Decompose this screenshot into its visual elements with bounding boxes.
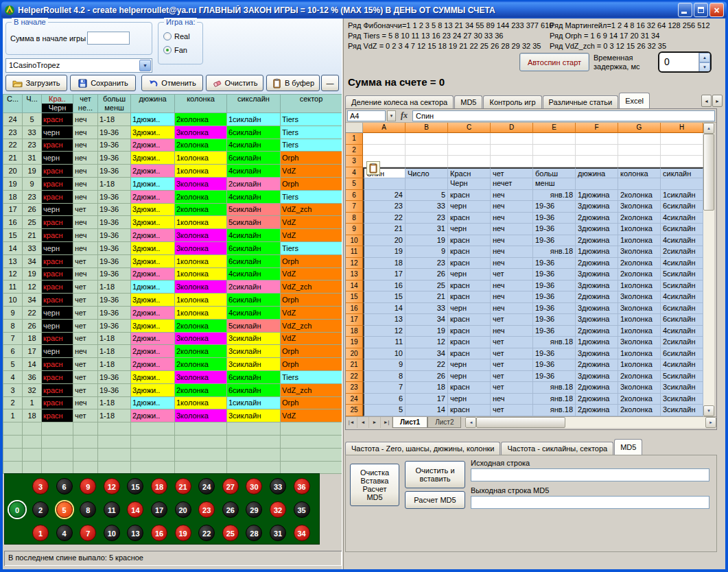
spin-row-22[interactable]: 2223красннеч19-362дюжи..2колонка4сиклайн… bbox=[3, 139, 342, 152]
spin-row-23[interactable]: 2333черннеч19-363дюжи..3колонка6сиклайнT… bbox=[3, 126, 342, 139]
excel-column-H[interactable]: H bbox=[661, 123, 703, 133]
cell-F6[interactable]: 1дюжина bbox=[576, 190, 618, 202]
cell-D24[interactable]: неч bbox=[491, 394, 533, 405]
clear-button[interactable]: Очистить bbox=[206, 75, 263, 91]
cell-B10[interactable]: 19 bbox=[406, 235, 448, 247]
cell-E6[interactable]: янв.18 bbox=[533, 190, 576, 202]
radio-real[interactable] bbox=[163, 32, 172, 40]
cell-D8[interactable]: неч bbox=[491, 213, 533, 224]
cell-E8[interactable]: 19-36 bbox=[533, 213, 576, 224]
cell-D3[interactable] bbox=[491, 156, 533, 167]
cell-G12[interactable]: 2колонка bbox=[618, 258, 661, 270]
cell-C14[interactable]: красн bbox=[448, 281, 491, 292]
roulette-number-18[interactable]: 18 bbox=[151, 478, 167, 494]
excel-row-header-25[interactable]: 25 bbox=[346, 405, 363, 416]
cell-C17[interactable]: красн bbox=[448, 314, 491, 326]
cell-A21[interactable]: 9 bbox=[363, 359, 406, 371]
roulette-number-1[interactable]: 1 bbox=[32, 525, 49, 541]
excel-row-header-21[interactable]: 21 bbox=[346, 359, 363, 371]
tab-game-control[interactable]: Контроль игр bbox=[483, 95, 541, 108]
cell-B18[interactable]: 19 bbox=[406, 326, 448, 337]
excel-row-header-5[interactable]: 5 bbox=[346, 178, 363, 190]
cell-F13[interactable]: 3дюжина bbox=[576, 269, 618, 281]
roulette-number-8[interactable]: 8 bbox=[80, 501, 96, 518]
excel-row-header-17[interactable]: 17 bbox=[346, 314, 363, 326]
roulette-number-14[interactable]: 14 bbox=[127, 501, 143, 518]
roulette-number-33[interactable]: 33 bbox=[270, 478, 286, 494]
cell-D18[interactable]: неч bbox=[491, 326, 533, 337]
cell-G2[interactable] bbox=[618, 145, 661, 156]
cell-A6[interactable]: 24 bbox=[363, 190, 406, 202]
cell-G15[interactable]: 3колонка bbox=[618, 291, 661, 303]
tab-articles[interactable]: Различные статьи bbox=[543, 95, 619, 108]
spin-row-7[interactable]: 718краснчет1-182дюжи..3колонка3сиклайнVd… bbox=[3, 332, 342, 345]
excel-row-header-22[interactable]: 22 bbox=[346, 371, 363, 383]
cell-G11[interactable]: 3колонка bbox=[618, 246, 661, 258]
cell-G18[interactable]: 1колонка bbox=[618, 326, 661, 337]
roulette-number-22[interactable]: 22 bbox=[198, 525, 215, 541]
spin-row-2[interactable]: 21красннеч1-181дюжи..1колонка1сиклайнOrp… bbox=[3, 396, 342, 409]
cell-H14[interactable]: 5сиклайн bbox=[661, 281, 703, 292]
roulette-number-17[interactable]: 17 bbox=[151, 501, 167, 518]
cell-A20[interactable]: 10 bbox=[363, 348, 406, 360]
cell-C12[interactable]: красн bbox=[448, 258, 491, 270]
roulette-number-36[interactable]: 36 bbox=[294, 478, 310, 494]
cell-E21[interactable]: 19-36 bbox=[533, 359, 576, 371]
cell-E20[interactable]: 19-36 bbox=[533, 348, 576, 360]
cell-A22[interactable]: 8 bbox=[363, 371, 406, 383]
excel-row-header-4[interactable]: 4 bbox=[346, 167, 363, 179]
horizontal-scrollbar[interactable]: ◄ ► bbox=[465, 417, 716, 428]
cell-C4[interactable]: Красн bbox=[448, 167, 491, 179]
cell-H4[interactable]: сиклайн bbox=[661, 167, 703, 179]
select-all-corner[interactable] bbox=[346, 123, 363, 133]
excel-row-header-23[interactable]: 23 bbox=[346, 382, 363, 394]
excel-column-C[interactable]: C bbox=[448, 123, 491, 133]
cell-H10[interactable]: 4сиклайн bbox=[661, 235, 703, 247]
tab-sectors[interactable]: Деление колеса на сектора bbox=[345, 95, 454, 108]
cell-E18[interactable]: 19-36 bbox=[533, 326, 576, 337]
cell-C24[interactable]: черн bbox=[448, 394, 491, 405]
roulette-number-27[interactable]: 27 bbox=[222, 478, 239, 494]
roulette-number-26[interactable]: 26 bbox=[222, 501, 239, 518]
delay-spinner[interactable]: 0 ▲ ▼ bbox=[658, 51, 712, 73]
cell-H20[interactable]: 6сиклайн bbox=[661, 348, 703, 360]
cell-F14[interactable]: 3дюжина bbox=[576, 281, 618, 292]
cell-C11[interactable]: красн bbox=[448, 246, 491, 258]
cell-B4[interactable]: Число bbox=[406, 167, 448, 179]
cell-A9[interactable]: 21 bbox=[363, 224, 406, 235]
cell-F5[interactable] bbox=[576, 178, 618, 190]
excel-row-header-24[interactable]: 24 bbox=[346, 394, 363, 405]
vscroll-track[interactable] bbox=[703, 134, 714, 405]
hscroll-thumb[interactable] bbox=[476, 417, 565, 428]
cell-F23[interactable]: 2дюжина bbox=[576, 382, 618, 394]
excel-row-header-9[interactable]: 9 bbox=[346, 224, 363, 235]
cell-A16[interactable]: 14 bbox=[363, 303, 406, 315]
cell-F4[interactable]: дюжина bbox=[576, 167, 618, 179]
cell-A11[interactable]: 19 bbox=[363, 246, 406, 258]
cell-D25[interactable]: чет bbox=[491, 405, 533, 416]
cell-G16[interactable]: 3колонка bbox=[618, 303, 661, 315]
spin-row-9[interactable]: 922чернчет19-362дюжи..1колонка4сиклайнVd… bbox=[3, 306, 342, 319]
radio-fan[interactable] bbox=[163, 46, 172, 54]
cell-B9[interactable]: 31 bbox=[406, 224, 448, 235]
cell-D5[interactable]: нечет bbox=[491, 178, 533, 190]
spin-row-19[interactable]: 199красннеч1-181дюжи..3колонка2сиклайнOr… bbox=[3, 177, 342, 190]
cell-C3[interactable] bbox=[448, 156, 491, 167]
roulette-number-28[interactable]: 28 bbox=[246, 525, 262, 541]
spin-row-14[interactable]: 1433черннеч19-363дюжи..3колонка6сиклайнT… bbox=[3, 241, 342, 254]
cell-E13[interactable]: 19-36 bbox=[533, 269, 576, 281]
cell-B21[interactable]: 22 bbox=[406, 359, 448, 371]
cell-F15[interactable]: 2дюжина bbox=[576, 291, 618, 303]
spin-row-6[interactable]: 617черннеч1-182дюжи..2колонка3сиклайнOrp… bbox=[3, 345, 342, 358]
cell-E4[interactable]: больш bbox=[533, 167, 576, 179]
roulette-number-25[interactable]: 25 bbox=[222, 525, 239, 541]
cell-F9[interactable]: 3дюжина bbox=[576, 224, 618, 235]
cell-H11[interactable]: 2сиклайн bbox=[661, 246, 703, 258]
md5-source-input[interactable] bbox=[471, 468, 709, 481]
cell-H18[interactable]: 4сиклайн bbox=[661, 326, 703, 337]
tab-excel[interactable]: Excel bbox=[619, 93, 650, 108]
cell-G25[interactable]: 2колонка bbox=[618, 405, 661, 416]
cell-E2[interactable] bbox=[533, 145, 576, 156]
cell-B2[interactable] bbox=[406, 145, 448, 156]
md5-output-input[interactable] bbox=[471, 496, 709, 509]
